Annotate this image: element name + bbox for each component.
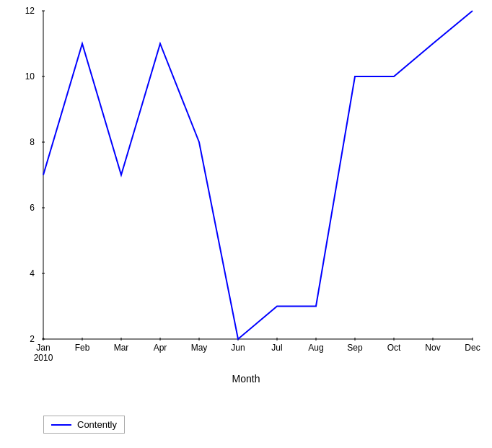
x-tick-mar: Mar <box>114 343 129 353</box>
x-tick-nov: Nov <box>425 343 440 353</box>
x-tick-may: May <box>191 343 208 353</box>
series-contently <box>43 11 473 339</box>
x-tick-2010: 2010 <box>34 353 53 363</box>
x-tick-sep: Sep <box>347 343 363 353</box>
chart-legend: Contently <box>43 416 125 434</box>
x-tick-dec: Dec <box>465 343 480 353</box>
y-tick-2: 2 <box>30 334 35 344</box>
x-tick-apr: Apr <box>154 343 167 353</box>
y-tick-4: 4 <box>30 268 35 278</box>
x-tick-aug: Aug <box>308 343 323 353</box>
x-tick-feb: Feb <box>75 343 90 353</box>
x-tick-jun: Jun <box>231 343 245 353</box>
legend-line-contently <box>51 424 71 426</box>
x-tick-jul: Jul <box>271 343 282 353</box>
y-tick-6: 6 <box>30 203 35 213</box>
x-tick-jan: Jan <box>36 343 50 353</box>
x-tick-oct: Oct <box>387 343 401 353</box>
y-tick-8: 8 <box>30 137 35 147</box>
chart-container: 2 4 6 8 10 12 Jan 2010 Feb Mar Apr May <box>0 0 492 448</box>
y-tick-10: 10 <box>25 71 35 82</box>
legend-label-contently: Contently <box>77 419 117 430</box>
x-axis-label: Month <box>0 373 492 385</box>
y-tick-12: 12 <box>25 6 35 16</box>
